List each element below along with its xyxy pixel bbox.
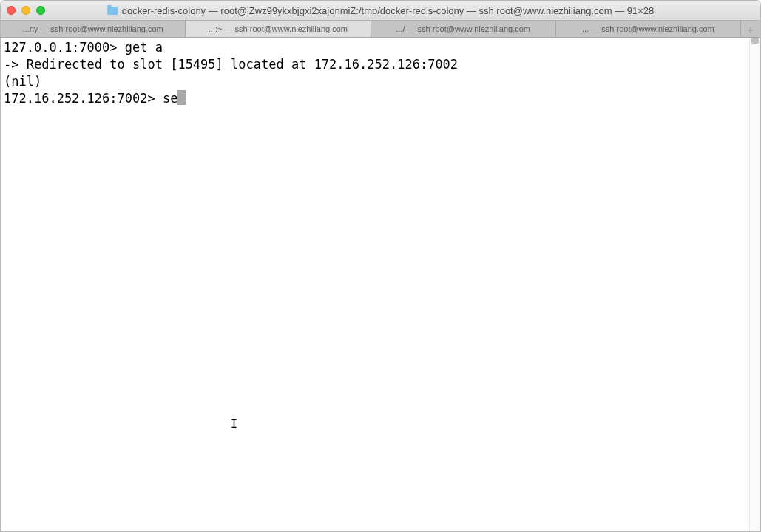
traffic-lights: [7, 6, 45, 15]
terminal-line: 127.0.0.1:7000> get a: [4, 39, 746, 56]
terminal-line: -> Redirected to slot [15495] located at…: [4, 56, 746, 73]
scroll-thumb[interactable]: [751, 38, 759, 44]
folder-icon: [107, 7, 118, 15]
cursor-block-icon: [177, 90, 186, 105]
window-title: docker-redis-colony — root@iZwz99ykxbjgx…: [107, 5, 655, 16]
tab-add-button[interactable]: +: [741, 21, 760, 37]
zoom-icon[interactable]: [36, 6, 45, 15]
scrollbar[interactable]: [749, 38, 760, 531]
tab-label: ...ny — ssh root@www.niezhiliang.com: [22, 24, 163, 33]
tab-2[interactable]: .../ — ssh root@www.niezhiliang.com: [371, 21, 556, 37]
title-bar: docker-redis-colony — root@iZwz99ykxbjgx…: [1, 1, 760, 21]
prompt: 127.0.0.1:7000>: [4, 40, 125, 55]
terminal-wrapper: 127.0.0.1:7000> get a-> Redirected to sl…: [1, 38, 760, 531]
tab-label: ... — ssh root@www.niezhiliang.com: [582, 24, 714, 33]
window-title-text: docker-redis-colony — root@iZwz99ykxbjgx…: [122, 5, 655, 16]
tab-3[interactable]: ... — ssh root@www.niezhiliang.com: [556, 21, 741, 37]
terminal-line: 172.16.252.126:7002> se: [4, 90, 746, 107]
tab-label: .../ — ssh root@www.niezhiliang.com: [396, 24, 530, 33]
command-text: get a: [125, 40, 163, 55]
tab-label: ...:~ — ssh root@www.niezhiliang.com: [209, 24, 348, 33]
terminal-content[interactable]: 127.0.0.1:7000> get a-> Redirected to sl…: [1, 38, 749, 531]
tab-1[interactable]: ...:~ — ssh root@www.niezhiliang.com: [186, 21, 371, 37]
minimize-icon[interactable]: [21, 6, 30, 15]
close-icon[interactable]: [7, 6, 16, 15]
prompt: 172.16.252.126:7002>: [4, 91, 163, 106]
terminal-line: (nil): [4, 73, 746, 90]
command-text: se: [163, 91, 177, 106]
plus-icon: +: [748, 23, 754, 35]
tab-bar: ...ny — ssh root@www.niezhiliang.com ...…: [1, 21, 760, 38]
tab-0[interactable]: ...ny — ssh root@www.niezhiliang.com: [1, 21, 186, 37]
